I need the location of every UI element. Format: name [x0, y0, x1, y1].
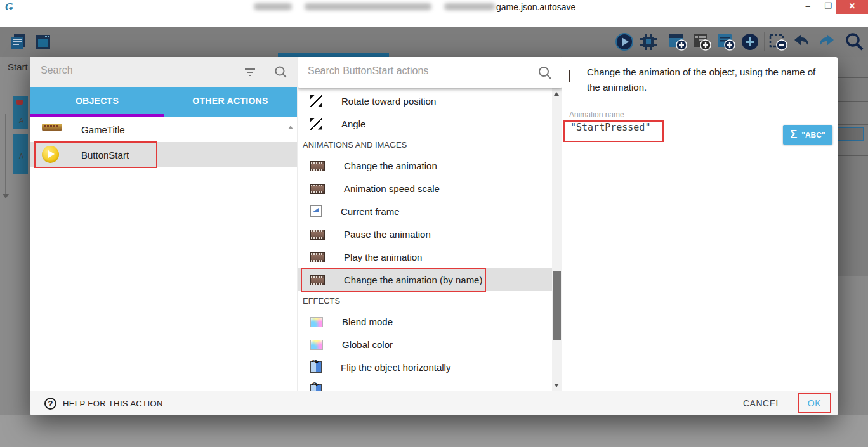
background-row-divider [838, 124, 868, 125]
dialog-footer: ? HELP FOR THIS ACTION CANCEL OK [30, 391, 838, 415]
actions-search-bar [298, 57, 562, 88]
actions-middle-panel: Rotate toward position Angle ANIMATIONS … [297, 57, 562, 391]
action-label: Animation speed scale [344, 183, 440, 194]
background-events-tab-label: Start [8, 62, 28, 72]
actions-search-input[interactable] [308, 65, 517, 77]
action-list-item[interactable]: Current frame [298, 200, 553, 223]
object-list-item[interactable]: ButtonStart [30, 142, 297, 167]
add-new-icon[interactable] [740, 32, 760, 52]
flip-icon [310, 361, 322, 373]
search-icon[interactable] [274, 65, 288, 82]
filter-icon[interactable] [244, 67, 256, 79]
redacted-title-blob [305, 3, 431, 10]
add-scene-icon[interactable] [667, 32, 688, 52]
action-list-item[interactable]: Blend mode [298, 310, 553, 333]
film-icon [310, 161, 325, 171]
title-bar: Ǥ game.json.autosave – ❐ ✕ [0, 0, 868, 14]
redacted-title-blob [254, 3, 292, 10]
background-text-fragment: A [19, 117, 23, 124]
preview-play-icon[interactable] [614, 32, 635, 52]
background-row-divider [838, 155, 868, 156]
search-icon[interactable] [844, 32, 864, 52]
gdevelop-logo-icon: Ǥ [5, 1, 16, 13]
cancel-button[interactable]: CANCEL [735, 393, 789, 413]
action-list-item[interactable]: EFFECTS [298, 291, 553, 310]
toolbar-separator [664, 32, 664, 51]
flip-icon [310, 384, 322, 391]
help-icon[interactable]: ? [44, 398, 56, 410]
actions-list: Rotate toward position Angle ANIMATIONS … [298, 88, 553, 391]
action-label: Blend mode [342, 316, 393, 327]
add-external-events-icon[interactable] [692, 32, 712, 52]
minimize-button[interactable]: – [798, 0, 817, 14]
action-label: Flip the object horizontally [341, 362, 450, 373]
action-label: Play the animation [344, 252, 422, 262]
film-icon [310, 230, 325, 240]
action-list-item[interactable]: Angle [298, 112, 553, 135]
action-list-item[interactable]: Flip the object horizontally [298, 356, 553, 379]
annotation-rect-ok: OK [798, 393, 831, 413]
action-editor-dialog: OBJECTS OTHER ACTIONS GameTitle ButtonSt… [30, 57, 838, 415]
action-label: Rotate toward position [341, 96, 436, 107]
debugger-icon[interactable] [638, 32, 659, 52]
object-list-item[interactable]: GameTitle [30, 117, 297, 142]
action-description: Change the animation of the object, usin… [587, 65, 829, 95]
object-label: ButtonStart [81, 150, 129, 160]
action-list-item[interactable]: Change the animation (by name) [298, 268, 553, 291]
expression-editor-button[interactable]: Σ "ABC" [783, 125, 832, 145]
redo-icon[interactable] [816, 32, 836, 52]
action-list-item[interactable]: Global color [298, 333, 553, 356]
object-search-input[interactable] [41, 65, 231, 76]
toolbar-separator [56, 32, 56, 51]
background-tree-line [5, 143, 13, 143]
scrollbar-thumb[interactable] [553, 271, 561, 340]
action-label: Current frame [341, 206, 400, 217]
action-list-item[interactable] [298, 379, 553, 391]
game-title-icon [42, 124, 62, 131]
action-list-item[interactable]: Change the animation [298, 154, 553, 177]
sigma-icon: Σ [790, 128, 797, 141]
field-underline [569, 145, 807, 145]
objects-list: GameTitle ButtonStart [30, 117, 297, 391]
tab-other-actions[interactable]: OTHER ACTIONS [164, 87, 297, 117]
film-strip-icon [569, 70, 570, 82]
parameters-right-panel: Change the animation of the object, usin… [562, 57, 838, 391]
action-list-item[interactable]: Rotate toward position [298, 89, 553, 112]
object-search-bar [30, 57, 297, 87]
scene-editor-icon[interactable] [33, 32, 53, 52]
scroll-down-arrow[interactable] [554, 384, 559, 387]
instruction-left-panel: OBJECTS OTHER ACTIONS GameTitle ButtonSt… [30, 57, 297, 391]
ok-button[interactable]: OK [808, 398, 821, 408]
window-title: game.json.autosave [496, 2, 575, 12]
rotate-arrow-icon [310, 95, 322, 107]
help-link[interactable]: HELP FOR THIS ACTION [63, 399, 163, 408]
play-icon [42, 146, 59, 163]
tab-objects[interactable]: OBJECTS [30, 87, 164, 117]
remove-selection-icon[interactable] [768, 32, 788, 52]
action-label: EFFECTS [303, 296, 340, 306]
scroll-up-arrow[interactable] [554, 92, 559, 96]
animation-name-label: Animation name [569, 110, 624, 119]
restore-button[interactable]: ❐ [819, 0, 838, 14]
action-list-item[interactable]: Play the animation [298, 245, 553, 268]
film-icon [310, 184, 325, 194]
action-list-item[interactable]: Animation speed scale [298, 177, 553, 200]
search-icon[interactable] [537, 65, 553, 83]
add-external-layout-icon[interactable] [716, 32, 736, 52]
animation-name-input[interactable] [570, 122, 761, 133]
project-manager-icon[interactable] [9, 32, 29, 52]
rainbow-icon [310, 317, 323, 327]
action-label: ANIMATIONS AND IMAGES [303, 140, 407, 150]
action-label: Pause the animation [344, 229, 431, 240]
redacted-title-blob [444, 3, 495, 10]
frame-icon [310, 205, 322, 217]
object-tabs: OBJECTS OTHER ACTIONS [30, 87, 297, 117]
background-collapse-arrow [3, 194, 9, 198]
action-list-item[interactable]: ANIMATIONS AND IMAGES [298, 135, 553, 154]
background-row-divider [838, 77, 868, 78]
close-button[interactable]: ✕ [836, 0, 868, 14]
film-icon [310, 275, 325, 285]
actions-scrollbar[interactable] [552, 88, 562, 391]
undo-icon[interactable] [792, 32, 812, 52]
action-list-item[interactable]: Pause the animation [298, 223, 553, 245]
